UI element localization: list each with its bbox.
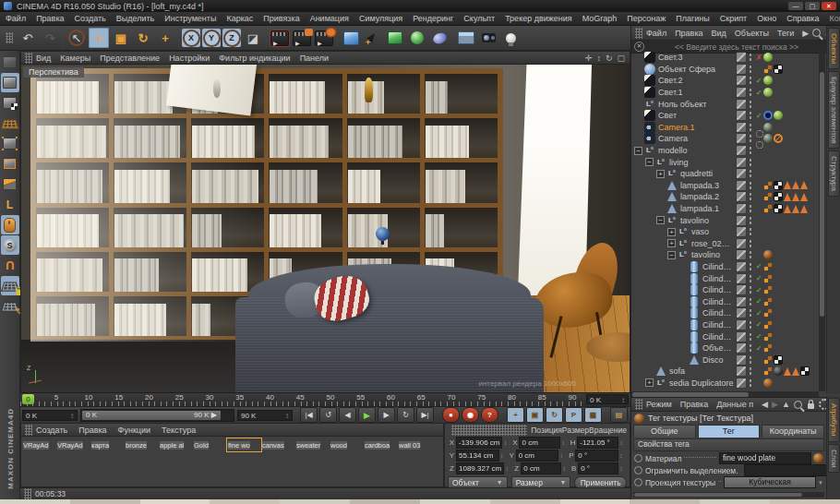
move-tool[interactable]: + (89, 28, 109, 48)
previous-frame-button[interactable]: ◀ (339, 407, 356, 423)
attr-menu-Режим[interactable]: Режим (646, 400, 672, 409)
viewport-menu-Камеры[interactable]: Камеры (60, 54, 90, 63)
lock-y-axis-button[interactable]: Y (202, 29, 221, 47)
editor-render-dots[interactable] (749, 111, 752, 120)
object-label[interactable]: rose_02_03 (0.32 m) (691, 239, 734, 248)
object-row[interactable]: Свет.2✓ (631, 75, 819, 87)
object-row[interactable]: L°Ноль объект (631, 98, 819, 110)
visibility-toggle[interactable] (736, 75, 747, 86)
object-row[interactable]: −L°tavolino (631, 249, 819, 261)
record-position-toggle[interactable]: + (507, 407, 524, 423)
coords-value-field[interactable]: 0 cm (516, 450, 559, 462)
object-row[interactable]: Cilindro Duplicatore.2✓ (631, 307, 819, 319)
expand-icon[interactable]: + (667, 239, 676, 247)
expand-icon[interactable]: + (645, 378, 654, 387)
object-row[interactable]: Cilindro.1 Duplicatore✓ (631, 284, 819, 296)
attr-grip[interactable] (635, 399, 642, 410)
taskbar-item[interactable] (350, 499, 420, 504)
object-row[interactable]: −L°modello (631, 145, 819, 157)
coordinate-system-button[interactable]: ◪ (243, 28, 263, 48)
stepper-icon[interactable]: ↕ (70, 411, 74, 422)
timeline-end-box[interactable]: ↕0 K (586, 394, 629, 404)
object-row[interactable]: Cilindro Duplicatore.1✓ (631, 319, 819, 331)
record-keyframe-button[interactable]: ● (442, 407, 460, 423)
attribute-value-field[interactable]: fine wood plate (719, 452, 811, 464)
object-row[interactable]: +L°rose_02_03 (0.32 m) (631, 238, 819, 250)
coords-value-field[interactable]: 0 ° (575, 450, 618, 462)
pan-view-icon[interactable]: ✛ (585, 54, 593, 63)
taskbar-item[interactable] (490, 499, 560, 504)
visibility-toggle[interactable] (736, 296, 747, 307)
record-scale-toggle[interactable]: ▣ (526, 407, 544, 423)
editor-render-dots[interactable] (749, 146, 752, 155)
visibility-toggle[interactable] (736, 157, 747, 168)
object-label[interactable]: Свет (658, 111, 734, 120)
add-primitive-button[interactable] (341, 28, 361, 48)
material-canvas[interactable]: canvas (262, 439, 294, 450)
toggle-views-icon[interactable]: ▢ (617, 54, 625, 63)
viewport-label[interactable]: Перспектива (23, 66, 84, 78)
edge-mode-button[interactable] (1, 154, 19, 174)
coords-value-field[interactable]: 0 cm (521, 462, 561, 474)
object-row[interactable]: lampada.1 (631, 203, 819, 215)
orangedots-tag-icon[interactable] (763, 297, 773, 306)
object-label[interactable]: Camera.1 (658, 123, 734, 132)
close-button[interactable]: ✕ (822, 2, 836, 10)
collapse-icon[interactable]: − (634, 147, 642, 155)
visibility-toggle[interactable] (736, 238, 747, 249)
cycle-button[interactable]: ↺ (319, 407, 337, 423)
object-label[interactable]: Disco (702, 355, 734, 365)
goto-end-button[interactable]: ▶| (416, 407, 434, 423)
menu-Симуляция[interactable]: Симуляция (359, 14, 402, 23)
attr-tab-Общие[interactable]: Общие (633, 425, 696, 438)
visibility-toggle[interactable] (736, 122, 747, 133)
material-menu-Функции[interactable]: Функции (118, 426, 150, 435)
object-label[interactable]: vaso (691, 227, 734, 236)
orangedots-tag-icon[interactable] (763, 65, 773, 74)
object-label[interactable]: sofa (669, 366, 734, 376)
record-rotation-toggle[interactable]: ↻ (546, 407, 563, 423)
more-menu-icon[interactable]: ▶ (802, 29, 809, 38)
visibility-toggle[interactable] (736, 64, 747, 75)
tri-tag-icon[interactable] (800, 181, 808, 189)
menu-Создать[interactable]: Создать (75, 14, 106, 23)
viewport-menu-Панели[interactable]: Панели (300, 54, 329, 63)
last-used-tool[interactable]: + (155, 28, 175, 48)
viewport-grip[interactable] (25, 53, 32, 64)
orangedots-tag-icon[interactable] (763, 285, 773, 294)
panel-tab-Объекты[interactable]: Объекты (828, 28, 840, 69)
anim-dot-icon[interactable] (634, 478, 642, 486)
stepper-icon[interactable]: ↕ (504, 465, 510, 472)
material-Gold[interactable]: Gold (194, 439, 226, 450)
render-settings-button[interactable] (314, 28, 334, 48)
make-preview-button[interactable]: ▤ (610, 407, 628, 423)
visibility-toggle[interactable] (736, 249, 747, 260)
orangedots-tag-icon[interactable] (763, 308, 773, 318)
visibility-toggle[interactable] (736, 354, 747, 366)
end-frame-field[interactable]: ↕90 K (237, 410, 293, 421)
add-deformer-button[interactable] (429, 28, 450, 48)
object-label[interactable]: Cilindro Duplicatore.2 (702, 308, 734, 318)
object-label[interactable]: Ноль объект (658, 100, 734, 109)
checker-tag-icon[interactable] (774, 355, 783, 365)
tri-tag-icon[interactable] (800, 205, 808, 213)
panel-tab-Атрибуты[interactable]: Атрибуты (828, 398, 840, 442)
om-menu-Теги[interactable]: Теги (777, 29, 794, 38)
add-camera-button[interactable] (478, 28, 498, 48)
timeline-range-slider[interactable]: 0 K 90 K ▶ (80, 409, 234, 422)
zoom-view-icon[interactable]: ↕ (596, 54, 601, 63)
editor-render-dots[interactable] (749, 181, 752, 190)
checker-tag-icon[interactable] (774, 65, 783, 74)
material-menu-Правка[interactable]: Правка (78, 426, 106, 435)
viewport-menu-Вид[interactable]: Вид (36, 54, 51, 63)
visibility-toggle[interactable] (736, 319, 747, 330)
taskbar-item[interactable] (770, 499, 840, 504)
editor-render-dots[interactable] (749, 332, 752, 342)
play-button[interactable]: ▶ (358, 407, 376, 423)
coords-value-field[interactable]: -139.906 cm (456, 437, 502, 449)
autokeying-button[interactable]: ◉ (462, 407, 479, 423)
keyframe-selection-button[interactable]: ? (481, 407, 498, 423)
taskbar-item[interactable] (210, 499, 280, 504)
tri-tag-icon[interactable] (784, 181, 791, 189)
greenball-tag-icon[interactable] (763, 53, 773, 62)
